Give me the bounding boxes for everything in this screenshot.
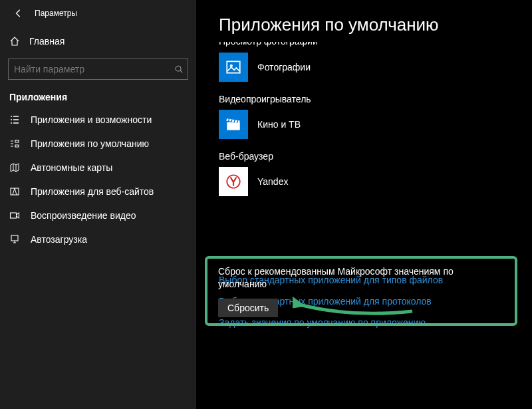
window-title: Параметры <box>35 9 77 18</box>
nav-offline-maps[interactable]: Автономные карты <box>0 156 196 180</box>
browser-app-name: Yandex <box>257 176 288 187</box>
reset-text: Сброс к рекомендованным Майкрософт значе… <box>218 265 504 291</box>
home-label: Главная <box>29 36 65 47</box>
svg-rect-3 <box>11 213 17 218</box>
photos-app-name: Фотографии <box>257 62 311 72</box>
video-app-tile[interactable]: Кино и ТВ <box>219 110 532 139</box>
video-icon <box>9 210 20 221</box>
movies-icon <box>219 110 248 139</box>
home-nav[interactable]: Главная <box>0 29 196 53</box>
back-button[interactable] <box>9 4 28 23</box>
video-app-name: Кино и ТВ <box>257 119 301 130</box>
search-input[interactable] <box>8 59 188 80</box>
list-icon <box>9 114 20 125</box>
svg-line-1 <box>180 70 182 72</box>
page-heading: Приложения по умолчанию <box>219 15 532 35</box>
nav-video-playback[interactable]: Воспроизведение видео <box>0 204 196 227</box>
search-icon <box>174 65 184 74</box>
sidebar-section-title: Приложения <box>0 80 196 108</box>
browser-label: Веб-браузер <box>219 151 532 162</box>
browser-app-tile[interactable]: Yandex <box>219 167 532 196</box>
yandex-icon <box>219 167 248 196</box>
nav-startup[interactable]: Автозагрузка <box>0 227 196 251</box>
photos-icon <box>219 53 248 82</box>
videoplayer-label: Видеопроигрыватель <box>219 94 532 104</box>
search-field[interactable] <box>14 64 174 74</box>
nav-default-apps[interactable]: Приложения по умолчанию <box>0 132 196 156</box>
websites-icon <box>9 186 20 197</box>
photos-app-tile[interactable]: Фотографии <box>219 53 532 82</box>
nav-apps-features[interactable]: Приложения и возможности <box>0 108 196 132</box>
reset-button[interactable]: Сбросить <box>218 299 278 317</box>
map-icon <box>9 162 20 173</box>
defaults-icon <box>9 138 20 149</box>
cutoff-group-label: Просмотр фотографий <box>219 42 532 49</box>
home-icon <box>9 36 20 47</box>
nav-website-apps[interactable]: Приложения для веб-сайтов <box>0 180 196 204</box>
svg-rect-4 <box>11 235 18 241</box>
startup-icon <box>9 234 20 245</box>
svg-rect-7 <box>227 122 240 130</box>
svg-rect-5 <box>227 61 240 72</box>
svg-point-0 <box>176 66 181 71</box>
reset-highlight: Сброс к рекомендованным Майкрософт значе… <box>205 256 517 326</box>
